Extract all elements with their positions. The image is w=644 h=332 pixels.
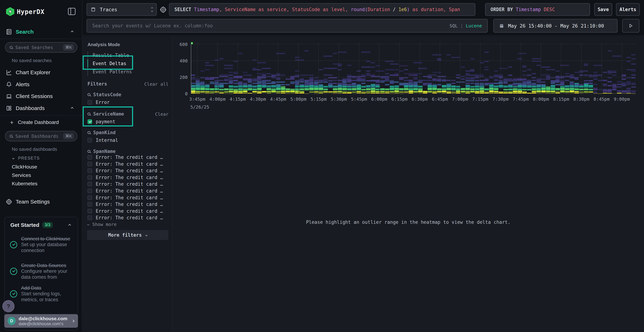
saved-dashboards-input[interactable]: Saved Dashboards ⌘K (5, 131, 77, 141)
filter-option-spanname[interactable]: Error: The credit card … (88, 182, 163, 187)
saved-searches-input[interactable]: Saved Searches ⌘K (5, 42, 77, 52)
clear-servicename-link[interactable]: Clear (155, 112, 168, 117)
filter-group-spanname[interactable]: SpanName (88, 149, 116, 154)
x-axis-date-label: 5/26/25 (190, 104, 209, 110)
no-saved-dashboards-note: No saved dashboards (12, 146, 57, 152)
filter-group-statuscode[interactable]: StatusCode (88, 92, 121, 97)
preset-item-services[interactable]: Services (0, 172, 82, 179)
database-icon (90, 6, 96, 12)
heatmap-canvas[interactable] (191, 42, 636, 94)
sidebar-item-alerts-label: Alerts (16, 82, 30, 88)
checkbox-unchecked[interactable] (88, 195, 92, 200)
plus-icon: + (10, 119, 14, 126)
x-axis-tick-label: 4:45pm (270, 96, 286, 102)
filter-option-spanname[interactable]: Error: The credit card … (88, 175, 163, 180)
sidebar-collapse-icon[interactable] (68, 8, 76, 15)
x-axis-tick-label: 5:30pm (331, 96, 347, 102)
more-filters-button[interactable]: More filters (87, 230, 168, 240)
sidebar-item-client-sessions[interactable]: Client Sessions (0, 92, 82, 100)
lang-toggle-lucene[interactable]: Lucene (466, 23, 482, 28)
chevron-up-icon[interactable] (68, 224, 71, 227)
help-button[interactable]: ? (2, 300, 14, 312)
filter-option-spanname[interactable]: Error: The credit card … (88, 195, 163, 200)
checkbox-unchecked[interactable] (88, 168, 92, 173)
sidebar-item-alerts[interactable]: Alerts (0, 80, 82, 88)
calendar-icon (499, 23, 504, 28)
filter-option-internal[interactable]: Internal (88, 138, 118, 143)
chevron-down-icon (87, 223, 90, 226)
checkbox-unchecked[interactable] (88, 155, 92, 160)
filter-option-spanname[interactable]: Error: The credit card … (88, 202, 163, 207)
get-started-step[interactable]: Add Data Start sending logs, metrics, or… (5, 283, 78, 305)
x-axis-tick-label: 6:00pm (371, 96, 387, 102)
search-icon (88, 131, 90, 134)
clear-all-link[interactable]: Clear all (144, 82, 168, 87)
checkbox-unchecked[interactable] (88, 202, 92, 206)
x-axis-tick-label: 9:00pm (614, 96, 630, 102)
preset-item-clickhouse[interactable]: ClickHouse (0, 164, 82, 170)
checkbox-unchecked[interactable] (88, 188, 92, 193)
chevron-right-icon (72, 320, 74, 322)
preset-item-kubernetes[interactable]: Kubernetes (0, 180, 82, 187)
sidebar-item-search[interactable]: Search (0, 28, 82, 36)
spanname-option-label: Error: The credit card … (96, 215, 163, 220)
filter-option-spanname[interactable]: Error: The credit card … (88, 168, 163, 173)
user-menu[interactable]: D dale@clickhouse.com dale@clickhouse.co… (4, 314, 78, 328)
filter-option-spanname[interactable]: Error: The credit card … (88, 188, 163, 194)
date-range-picker[interactable]: May 26 15:40:00 - May 26 21:10:00 (494, 19, 618, 32)
search-icon (10, 135, 12, 138)
sql-select-input[interactable]: SELECT Timestamp, ServiceName as service… (169, 3, 475, 16)
checkbox-unchecked[interactable] (88, 175, 92, 180)
preset-clickhouse-label: ClickHouse (12, 164, 37, 170)
create-dashboard-label: Create Dashboard (18, 120, 59, 125)
play-icon (628, 24, 633, 28)
filter-option-spanname[interactable]: Error: The credit card … (88, 215, 163, 220)
source-select[interactable]: Traces (86, 3, 157, 16)
sidebar-item-team-settings[interactable]: Team Settings (0, 198, 82, 206)
bell-icon (5, 81, 12, 88)
x-axis-tick-label: 6:15pm (392, 96, 408, 102)
search-placeholder: Search your events w/ Lucene ex. column:… (92, 23, 450, 28)
lang-toggle-sql[interactable]: SQL (450, 23, 458, 28)
sql-token: as duration, Span (410, 7, 460, 12)
get-started-step[interactable]: Create Data Sources Configure where your… (5, 260, 78, 283)
filter-group-spankind[interactable]: SpanKind (88, 130, 116, 135)
checkbox-unchecked[interactable] (88, 182, 92, 186)
x-axis-tick-label: 4:30pm (250, 96, 266, 102)
step-desc: Configure where your data comes from (21, 268, 75, 280)
x-axis-tick-label: 7:45pm (513, 96, 529, 102)
checkbox-unchecked[interactable] (88, 215, 92, 220)
order-by-input[interactable]: ORDER BY Timestamp DESC (485, 3, 590, 16)
sidebar-item-chart-explorer[interactable]: Chart Explorer (0, 68, 82, 76)
run-query-button[interactable] (622, 19, 639, 32)
chevron-up-icon[interactable] (71, 30, 74, 33)
avatar: D (8, 317, 16, 325)
checkbox-unchecked[interactable] (88, 138, 92, 142)
checkbox-unchecked[interactable] (88, 100, 92, 105)
lucene-search-input[interactable]: Search your events w/ Lucene ex. column:… (86, 19, 488, 32)
user-subtitle: dale@clickhouse.com's (18, 321, 72, 326)
gear-icon[interactable] (160, 6, 167, 14)
help-label: ? (6, 303, 10, 310)
filter-option-spanname[interactable]: Error: The credit card … (88, 154, 163, 160)
chevron-up-icon[interactable] (71, 107, 74, 110)
save-button[interactable]: Save (594, 3, 612, 16)
spanname-option-label: Error: The credit card … (96, 195, 163, 200)
sql-token: Duration (368, 7, 390, 12)
filter-option-spanname[interactable]: Error: The credit card … (88, 161, 163, 167)
sql-token: round (351, 7, 365, 12)
checkbox-unchecked[interactable] (88, 162, 92, 166)
checkbox-unchecked[interactable] (88, 209, 92, 214)
sidebar-item-dashboards[interactable]: Dashboards (0, 104, 82, 112)
filter-option-spanname[interactable]: Error: The credit card … (88, 208, 163, 214)
divider (0, 39, 82, 39)
alerts-button[interactable]: Alerts (616, 3, 640, 16)
get-started-step[interactable]: Connect to ClickHouse Set up your databa… (5, 232, 78, 258)
filter-option-error[interactable]: Error (88, 100, 110, 105)
topbar: Traces SELECT Timestamp, ServiceName as … (83, 0, 644, 36)
create-dashboard-button[interactable]: + Create Dashboard (0, 118, 82, 126)
show-more-link[interactable]: Show more (88, 222, 116, 227)
presets-toggle[interactable]: PRESETS (0, 155, 82, 161)
laptop-icon (5, 93, 12, 100)
team-settings-label: Team Settings (16, 199, 50, 205)
